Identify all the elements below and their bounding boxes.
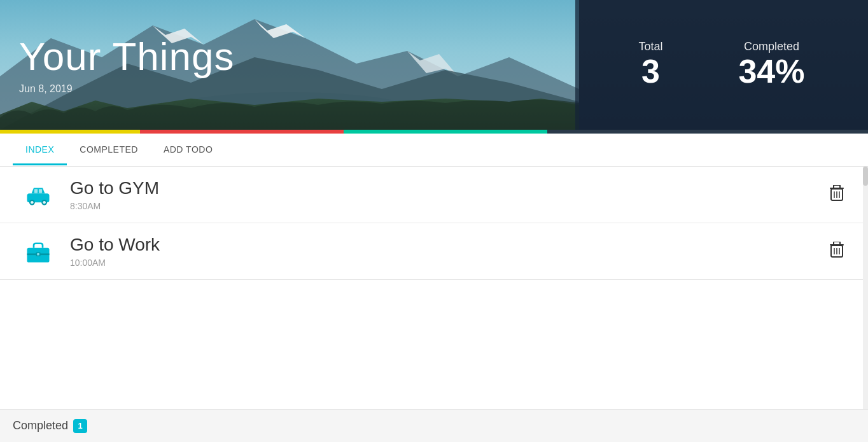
todo-item: Go to GYM 8:30AM	[0, 167, 868, 223]
svg-rect-15	[39, 189, 42, 193]
todo-item: Go to Work 10:00AM	[0, 223, 868, 280]
car-icon	[19, 181, 57, 208]
app-header: Your Things Jun 8, 2019 Total 3 Complete…	[0, 0, 868, 130]
svg-rect-14	[34, 189, 38, 193]
color-bar	[0, 130, 868, 134]
svg-rect-25	[37, 253, 39, 256]
completed-count-badge: 1	[73, 419, 87, 433]
scrollbar[interactable]	[863, 167, 868, 440]
todo-title: Go to Work	[70, 235, 825, 255]
todo-content: Go to Work 10:00AM	[57, 235, 825, 268]
svg-rect-17	[834, 185, 840, 188]
tab-completed[interactable]: COMPLETED	[67, 135, 151, 165]
completed-stat-value: 34%	[738, 53, 804, 90]
total-stat: Total 3	[638, 40, 662, 90]
tab-add-todo[interactable]: ADD TODO	[151, 135, 225, 165]
footer-completed-label: Completed	[13, 419, 68, 432]
svg-point-13	[43, 201, 45, 204]
color-seg-teal	[344, 130, 547, 134]
delete-todo-button[interactable]	[825, 237, 849, 266]
header-stats: Total 3 Completed 34%	[575, 0, 868, 130]
color-seg-yellow	[0, 130, 140, 134]
header-left: Your Things Jun 8, 2019	[0, 0, 575, 130]
color-seg-dark	[547, 130, 868, 134]
color-seg-red	[140, 130, 344, 134]
app-title: Your Things	[19, 35, 556, 78]
completed-stat-label: Completed	[738, 40, 804, 53]
todo-time: 8:30AM	[70, 201, 825, 211]
todo-title: Go to GYM	[70, 178, 825, 198]
footer: Completed 1	[0, 409, 868, 442]
todo-time: 10:00AM	[70, 258, 825, 268]
svg-point-12	[31, 201, 33, 204]
total-label: Total	[638, 40, 662, 53]
total-value: 3	[638, 53, 662, 90]
tab-bar: INDEX COMPLETED ADD TODO	[0, 134, 868, 167]
briefcase-icon	[19, 238, 57, 265]
tab-index[interactable]: INDEX	[13, 135, 67, 165]
scroll-thumb[interactable]	[863, 167, 868, 186]
header-date: Jun 8, 2019	[19, 83, 556, 95]
completed-stat: Completed 34%	[738, 40, 804, 90]
svg-rect-27	[834, 242, 840, 245]
todo-list: Go to GYM 8:30AM	[0, 167, 868, 280]
delete-todo-button[interactable]	[825, 180, 849, 210]
todo-content: Go to GYM 8:30AM	[57, 178, 825, 211]
